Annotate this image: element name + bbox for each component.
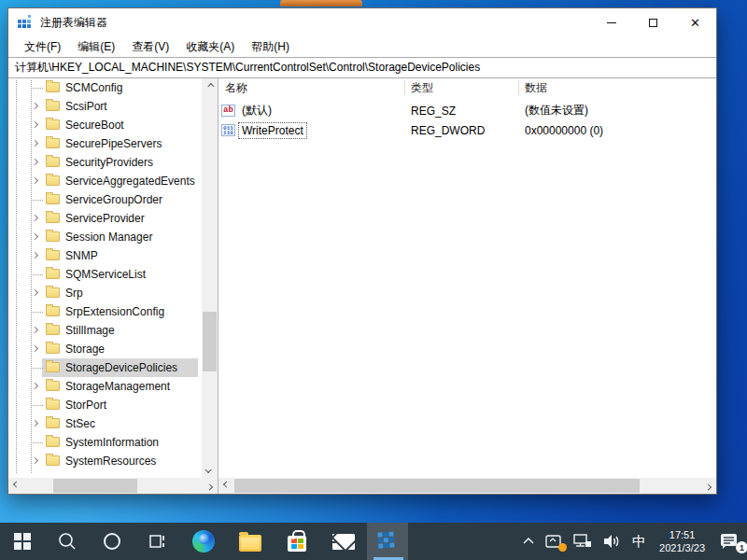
menu-item-0[interactable]: 文件(F) [16, 36, 69, 58]
menu-item-1[interactable]: 编辑(E) [69, 36, 123, 58]
list-horizontal-scrollbar[interactable] [218, 478, 716, 494]
expand-chevron-icon[interactable] [32, 140, 38, 147]
volume-button[interactable] [598, 523, 626, 560]
edge-button[interactable] [183, 523, 224, 560]
tree-item-Session Manager[interactable]: Session Manager [8, 228, 202, 246]
column-divider[interactable] [518, 80, 519, 95]
tree-item-label: StSec [65, 414, 95, 433]
maximize-button[interactable] [632, 8, 674, 36]
tree-connector-line [31, 405, 44, 406]
column-header-type[interactable]: 类型 [404, 80, 518, 96]
scroll-up-arrow[interactable] [202, 78, 218, 94]
expand-chevron-icon[interactable] [32, 159, 38, 165]
tree-item-Srp[interactable]: Srp [8, 284, 202, 302]
tree-item-StSec[interactable]: StSec [8, 414, 202, 433]
start-button[interactable] [2, 523, 43, 560]
column-header-name[interactable]: 名称 [218, 80, 404, 96]
tree-item-SystemResources[interactable]: SystemResources [8, 452, 202, 470]
scrollbar-thumb[interactable] [203, 312, 217, 371]
action-center-button[interactable]: 1 [712, 523, 747, 560]
mail-button[interactable] [323, 523, 364, 560]
scroll-down-arrow[interactable] [202, 462, 218, 478]
expand-chevron-icon[interactable] [32, 383, 38, 389]
registry-editor-taskbar-button[interactable] [367, 523, 408, 560]
clock-time: 17:51 [659, 528, 705, 541]
tree-item-StorageDevicePolicies[interactable]: StorageDevicePolicies [8, 358, 202, 377]
column-headers: 名称 类型 数据 [218, 78, 716, 97]
value-row-(默认)[interactable]: ab(默认)REG_SZ(数值未设置) [218, 101, 716, 120]
maximize-icon [649, 19, 657, 27]
tree-item-SystemInformation[interactable]: SystemInformation [8, 433, 202, 452]
tree-item-SrpExtensionConfig[interactable]: SrpExtensionConfig [8, 302, 202, 321]
ime-indicator[interactable]: 中 [626, 523, 653, 560]
search-button[interactable] [47, 523, 88, 560]
menu-item-3[interactable]: 收藏夹(A) [177, 36, 243, 58]
tree-item-ScsiPort[interactable]: ScsiPort [8, 97, 202, 116]
file-explorer-button[interactable] [230, 523, 271, 560]
tree-item-StillImage[interactable]: StillImage [8, 321, 202, 340]
value-row-WriteProtect[interactable]: 011110WriteProtectREG_DWORD0x00000000 (0… [218, 120, 716, 140]
scroll-right-arrow[interactable] [700, 478, 716, 494]
folder-icon [46, 119, 60, 130]
scroll-right-arrow[interactable] [202, 478, 218, 494]
tree-item-ServiceGroupOrder[interactable]: ServiceGroupOrder [8, 190, 202, 209]
scroll-left-arrow[interactable] [218, 478, 234, 494]
tree-item-StorPort[interactable]: StorPort [8, 396, 202, 414]
scroll-left-arrow[interactable] [8, 478, 24, 494]
expand-chevron-icon[interactable] [32, 103, 38, 109]
expand-chevron-icon[interactable] [32, 233, 38, 240]
tree-item-SecurityProviders[interactable]: SecurityProviders [8, 153, 202, 172]
folder-icon [46, 231, 60, 242]
tree-item-SecureBoot[interactable]: SecureBoot [8, 116, 202, 134]
folder-icon [46, 194, 60, 204]
expand-chevron-icon[interactable] [32, 457, 38, 464]
folder-icon [46, 101, 60, 111]
tree-item-SQMServiceList[interactable]: SQMServiceList [8, 265, 202, 284]
tray-device-button[interactable] [540, 523, 568, 560]
scrollbar-thumb[interactable] [234, 479, 640, 493]
expand-chevron-icon[interactable] [32, 177, 38, 184]
tree-item-SCMConfig[interactable]: SCMConfig [8, 78, 202, 97]
tree-connector-line [31, 312, 44, 313]
file-explorer-icon [239, 535, 261, 552]
minimize-button[interactable] [590, 8, 632, 36]
tree-item-Storage[interactable]: Storage [8, 340, 202, 358]
tree-item-StorageManagement[interactable]: StorageManagement [8, 377, 202, 396]
column-divider[interactable] [404, 80, 405, 95]
cortana-button[interactable] [92, 523, 133, 560]
task-view-button[interactable] [136, 523, 177, 560]
tree-item-ServiceProvider[interactable]: ServiceProvider [8, 209, 202, 228]
tree-item-label: SecureBoot [65, 116, 124, 134]
store-button[interactable] [276, 523, 317, 560]
expand-chevron-icon[interactable] [32, 215, 38, 221]
column-header-data[interactable]: 数据 [518, 80, 716, 96]
expand-chevron-icon[interactable] [32, 289, 38, 296]
close-button[interactable]: ✕ [674, 8, 716, 36]
folder-icon [46, 269, 60, 279]
tree-horizontal-scrollbar[interactable] [8, 478, 218, 494]
tree-item-label: ServiceProvider [65, 209, 145, 228]
network-button[interactable] [568, 523, 598, 560]
expand-chevron-icon[interactable] [32, 252, 38, 259]
expand-chevron-icon[interactable] [32, 420, 38, 427]
taskbar-clock[interactable]: 17:51 2021/3/23 [653, 523, 712, 560]
value-name: WriteProtect [239, 123, 306, 138]
menu-item-2[interactable]: 查看(V) [123, 36, 177, 58]
expand-chevron-icon[interactable] [32, 327, 38, 333]
menu-item-4[interactable]: 帮助(H) [243, 36, 298, 58]
tree-vertical-scrollbar[interactable] [202, 78, 218, 478]
scrollbar-thumb[interactable] [53, 479, 137, 493]
expand-chevron-icon[interactable] [32, 345, 38, 352]
address-bar[interactable]: 计算机\HKEY_LOCAL_MACHINE\SYSTEM\CurrentCon… [8, 57, 716, 78]
tree-item-SNMP[interactable]: SNMP [8, 246, 202, 265]
tree-item-SecurePipeServers[interactable]: SecurePipeServers [8, 134, 202, 153]
clock-date: 2021/3/23 [659, 541, 705, 554]
folder-icon [46, 213, 60, 223]
title-bar[interactable]: 注册表编辑器 ✕ [8, 8, 716, 36]
folder-icon [46, 399, 60, 410]
registry-editor-icon [377, 531, 397, 551]
store-icon [288, 536, 306, 552]
tree-item-ServiceAggregatedEvents[interactable]: ServiceAggregatedEvents [8, 172, 202, 190]
expand-chevron-icon[interactable] [32, 121, 38, 128]
tray-expand-button[interactable] [517, 523, 540, 560]
